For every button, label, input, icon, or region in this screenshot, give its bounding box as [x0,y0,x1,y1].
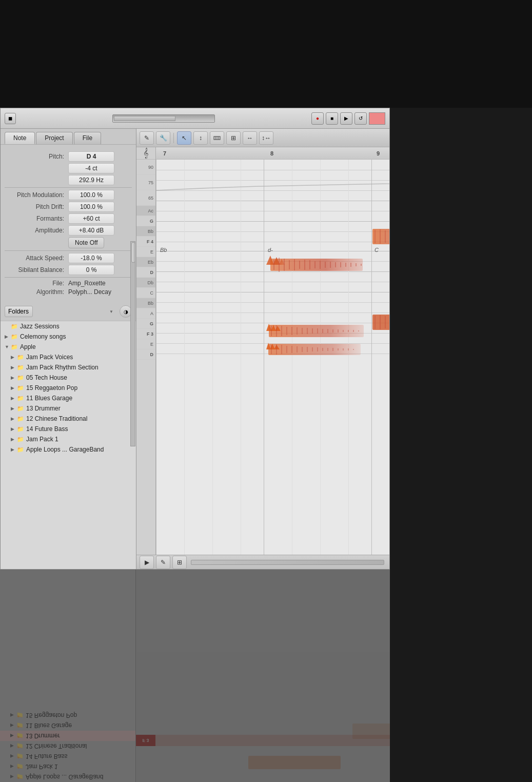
note-panel: Pitch: D 4 -4 ct 292.9 Hz Pitch Modulati… [1,144,136,302]
select-tool-btn[interactable]: ↖ [177,131,191,145]
ref-folder-4: 📁 [16,743,24,750]
footer-pencil-btn[interactable]: ✎ [156,556,170,569]
v-line-beat-1 [184,160,185,555]
ref-folder-7: 📁 [16,712,24,719]
pitch-label-75: 75 [136,175,155,190]
note-waveform-f3-bar8[interactable] [266,322,369,340]
library-item-apple[interactable]: ▼ 📁 Apple [1,342,136,352]
title-bar-center [20,114,307,123]
record-button[interactable]: ● [311,112,324,125]
play-button[interactable]: ▶ [340,112,352,125]
ref-folder-3: 📁 [16,753,24,760]
library-header: Folders ◑ [1,302,136,321]
cycle-button[interactable]: ↺ [354,112,367,125]
library-item-jam-pack-1[interactable]: ▶ 📁 Jam Pack 1 [1,434,136,444]
progress-bar[interactable] [112,114,215,123]
window-toggle-btn[interactable]: ◼ [5,113,16,124]
algorithm-row: Algorithm: Polyph... Decay [5,288,132,296]
arrow-tech-house: ▶ [11,375,17,380]
file-label: File: [7,280,68,287]
time-ruler-btn[interactable] [210,131,224,145]
app-window: ◼ ● ■ ▶ ↺ Note Project File [0,108,390,570]
note-waveform-e4-bar9[interactable] [372,226,389,247]
library-item-apple-loops[interactable]: ▶ 📁 Apple Loops ... GarageBand [1,444,136,455]
pitch-label-g3: G [136,319,155,329]
grid-area[interactable]: 7 8 9 [156,147,389,555]
library-item-reggaeton[interactable]: ▶ 📁 15 Reggaeton Pop [1,383,136,393]
tab-bar: Note Project File [1,129,136,144]
tab-file[interactable]: File [74,132,101,144]
library-item-tech-house[interactable]: ▶ 📁 05 Tech House [1,373,136,383]
snap-btn[interactable]: ⊞ [226,131,241,145]
library-item-jam-pack-voices[interactable]: ▶ 📁 Jam Pack Voices [1,352,136,362]
pitch-mod-label: Pitch Modulation: [7,191,68,199]
color-swatch [369,112,385,125]
folder-icon-tech-house: 📁 [17,375,24,381]
footer-play-btn[interactable]: ▶ [140,556,154,569]
h-line-4 [156,201,389,201]
left-panel: Note Project File Pitch: D 4 -4 ct 292.9… [1,129,136,569]
library-item-jam-pack-rhythm[interactable]: ▶ 📁 Jam Pack Rhythm Section [1,362,136,373]
h-line-7 [156,231,389,232]
library-section: Folders ◑ 📁 Jazz Sessions ▶ 📁 [1,302,136,569]
pitch-tool-btn[interactable]: ↕ [193,131,208,145]
v-line-beat-5 [292,160,292,555]
ref-arrow-2: ▶ [10,764,16,769]
note-off-button[interactable]: Note Off [68,237,104,248]
tab-project[interactable]: Project [36,132,72,144]
left-panel-scrollbar[interactable] [130,241,135,446]
horizontal-scrollbar[interactable] [191,560,384,565]
pitch-label-bb3: Bb [136,298,155,308]
h-line-6 [156,221,389,222]
folder-select-wrapper[interactable]: Folders [5,306,116,317]
tab-note[interactable]: Note [5,132,35,144]
divider-3 [5,277,132,278]
folder-icon-apple: 📁 [11,344,18,350]
file-row: File: Amp_Roxette [5,280,132,287]
pitch-label-f3: F 3 [136,329,155,339]
folder-select[interactable]: Folders [5,306,33,317]
zoom-v-btn[interactable]: ↕↔ [259,131,273,145]
ref-label-4: 12 Chinese Traditional [26,742,87,750]
ref-label-7: 15 Reggaeton Pop [26,712,77,719]
v-line-beat-6 [320,160,321,555]
pitch-label-d4: D [136,267,155,278]
left-scroll-thumb[interactable] [131,242,135,263]
footer-grid-btn[interactable]: ⊞ [172,556,187,569]
algorithm-label: Algorithm: [7,288,68,296]
library-item-blues-garage[interactable]: ▶ 📁 11 Blues Garage [1,393,136,403]
amplitude-label: Amplitude: [7,227,68,234]
note-waveform-g3-bar9[interactable] [372,312,389,332]
reflected-jam-pack-1: ▶ 📁 Jam Pack 1 [0,761,135,772]
pitch-drift-label: Pitch Drift: [7,203,68,210]
h-line-8 [156,242,389,242]
stop-button[interactable]: ■ [326,112,338,125]
grid-content[interactable]: Bb d- C [156,160,389,555]
library-item-chinese-trad[interactable]: ▶ 📁 12 Chinese Traditional [1,414,136,424]
pencil-tool-btn[interactable]: ✎ [140,131,154,145]
folder-icon-jazz: 📁 [11,323,18,330]
reflected-piano-roll: F 3 [136,570,390,782]
note-waveform-d4-bar8[interactable] [266,255,369,275]
sibilant-row: Sibilant Balance: 0 % [5,265,132,275]
svg-rect-5 [270,259,363,271]
arrow-drummer: ▶ [11,406,17,411]
pitch-mod-row: Pitch Modulation: 100.0 % [5,190,132,200]
svg-rect-37 [372,315,389,330]
wrench-tool-btn[interactable]: 🔧 [156,131,170,145]
library-item-drummer[interactable]: ▶ 📁 13 Drummer [1,403,136,414]
library-item-celemony[interactable]: ▶ 📁 Celemony songs [1,331,136,342]
zoom-h-btn[interactable]: ↔ [243,131,257,145]
pitch-value: D 4 [68,151,114,162]
h-line-2 [156,180,389,181]
chord-label-dm: d- [268,247,273,253]
library-item-jazz-sessions[interactable]: 📁 Jazz Sessions [1,321,136,331]
main-content: Note Project File Pitch: D 4 -4 ct 292.9… [1,129,389,569]
h-line-5 [156,211,389,211]
v-line-beat-7 [348,160,349,555]
h-line-19 [156,354,389,354]
treble-clef-icon: 𝄞 [143,148,149,159]
ref-label-1: Apple Loops ... GarageBand [26,773,103,780]
reflected-left-panel: ▶ 📁 Apple Loops ... GarageBand ▶ 📁 Jam P… [0,570,136,782]
library-item-future-bass[interactable]: ▶ 📁 14 Future Bass [1,424,136,434]
